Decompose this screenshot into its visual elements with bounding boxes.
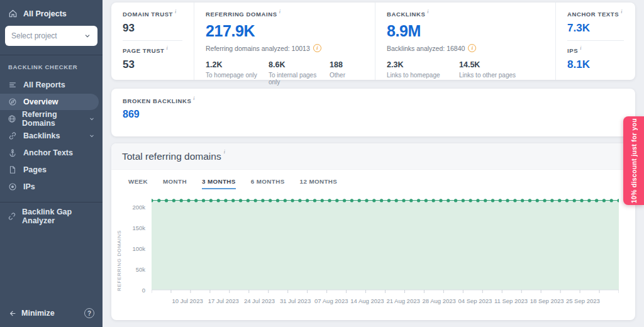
sidebar-item-overview[interactable]: Overview <box>0 94 99 110</box>
sidebar-item-label: Anchor Texts <box>23 148 73 157</box>
sidebar-item-all-projects[interactable]: All Projects <box>0 0 103 25</box>
info-superscript-icon: i <box>427 9 429 16</box>
sidebar-item-backlink-gap-analyzer[interactable]: Backlink Gap Analyzer <box>0 208 103 224</box>
promo-ribbon[interactable]: 10% discount just for you <box>623 116 644 205</box>
domain-trust-value: 93 <box>123 22 182 35</box>
x-axis-tick-label: 11 Sep 2023 <box>494 297 528 304</box>
page-trust-value: 53 <box>123 58 182 71</box>
y-axis-label: REFERRING DOMAINS <box>116 213 122 291</box>
ips-label: IPSi <box>567 47 624 54</box>
x-axis-tick-label: 25 Sep 2023 <box>566 297 600 304</box>
chart-period-tabs: WEEK MONTH 3 MONTHS 6 MONTHS 12 MONTHS <box>111 170 635 189</box>
minimize-label: Minimize <box>21 309 55 318</box>
tab-month[interactable]: MONTH <box>163 178 187 189</box>
globe-icon <box>8 114 16 123</box>
breakdown-item: 14.5K Links to other pages <box>459 60 516 79</box>
breakdown-item: 1.2K To homepage only <box>206 60 269 86</box>
info-superscript-icon: i <box>175 9 177 16</box>
main-content: DOMAIN TRUSTi 93 PAGE TRUSTi 53 REFERRIN… <box>103 0 644 327</box>
chart-title-bar: Total referring domains i <box>111 143 635 170</box>
sidebar-item-pages[interactable]: Pages <box>0 162 103 178</box>
trust-metrics-column: DOMAIN TRUSTi 93 PAGE TRUSTi 53 <box>111 3 194 80</box>
referring-domains-breakdown: 1.2K To homepage only 8.6K To internal p… <box>206 60 364 86</box>
sidebar-item-backlinks[interactable]: Backlinks <box>0 128 103 144</box>
info-icon[interactable]: i <box>313 44 321 52</box>
all-projects-label: All Projects <box>23 9 67 18</box>
x-axis-tick-label: 21 Aug 2023 <box>386 297 419 304</box>
sidebar-nav: All Reports Overview Referring Domains B… <box>0 76 103 196</box>
sidebar-item-anchor-texts[interactable]: Anchor Texts <box>0 145 103 161</box>
sidebar-item-all-reports[interactable]: All Reports <box>0 77 103 93</box>
y-axis-tick-label: 50k <box>136 265 145 272</box>
x-axis-tick-label: 17 Jul 2023 <box>208 297 239 304</box>
arrow-left-icon <box>8 309 16 318</box>
project-select-placeholder: Select project <box>11 31 57 40</box>
page-icon <box>8 165 18 174</box>
breakdown-item: 2.3K Links to homepage <box>387 60 459 79</box>
x-axis-tick-label: 24 Jul 2023 <box>244 297 275 304</box>
ips-value: 8.1K <box>567 58 624 71</box>
chevron-down-icon <box>89 133 95 139</box>
anchor-texts-label: ANCHOR TEXTSi <box>567 11 624 18</box>
domain-trust-label: DOMAIN TRUSTi <box>123 11 182 18</box>
backlinks-label: BACKLINKSi <box>387 11 544 18</box>
chevron-down-icon <box>84 32 91 40</box>
referring-domains-line-chart <box>152 196 619 294</box>
x-axis-ticks: 10 Jul 202317 Jul 202324 Jul 202331 Jul … <box>152 296 619 306</box>
sidebar-item-referring-domains[interactable]: Referring Domains <box>0 111 103 127</box>
chevron-down-icon <box>89 116 95 122</box>
sidebar-item-label: IPs <box>23 182 35 191</box>
tab-6-months[interactable]: 6 MONTHS <box>251 178 285 189</box>
sidebar-divider <box>0 202 103 202</box>
sidebar-item-label: All Reports <box>23 80 65 89</box>
backlinks-value: 8.9M <box>387 22 544 40</box>
info-superscript-icon: i <box>224 149 225 155</box>
sidebar-item-label: Backlink Gap Analyzer <box>22 208 95 225</box>
promo-ribbon-text: 10% discount just for you <box>630 118 638 203</box>
sidebar-item-ips[interactable]: IPs <box>0 179 103 195</box>
backlinks-column: BACKLINKSi 8.9M Backlinks analyzed: 1684… <box>375 3 555 80</box>
referring-domains-analyzed: Referring domains analyzed: 10013 i <box>206 44 364 52</box>
y-axis-ticks: 050k100k150k200k <box>123 196 148 290</box>
referring-domains-column: REFERRING DOMAINSi 217.9K Referring doma… <box>194 3 375 80</box>
broken-backlinks-value: 869 <box>123 109 624 120</box>
sidebar-item-label: Overview <box>23 97 58 106</box>
y-axis-tick-label: 150k <box>132 224 145 231</box>
breakdown-item: 8.6K To internal pages only <box>269 60 330 86</box>
sidebar: All Projects Select project BACKLINK CHE… <box>0 0 103 327</box>
tab-week[interactable]: WEEK <box>128 178 148 189</box>
project-select[interactable]: Select project <box>5 26 97 46</box>
broken-backlinks-card: BROKEN BACKLINKSi 869 <box>111 89 635 136</box>
info-superscript-icon: i <box>193 96 195 103</box>
chart-plot <box>152 196 619 295</box>
referring-domains-value: 217.9K <box>206 22 364 40</box>
tab-3-months[interactable]: 3 MONTHS <box>202 178 236 189</box>
y-axis-tick-label: 200k <box>132 203 145 210</box>
help-icon[interactable]: ? <box>84 308 94 318</box>
y-axis-tick-label: 0 <box>142 287 145 294</box>
minimize-button[interactable]: Minimize <box>8 309 55 318</box>
x-axis-tick-label: 04 Sep 2023 <box>458 297 492 304</box>
reports-icon <box>8 80 18 89</box>
x-axis-tick-label: 18 Sep 2023 <box>530 297 564 304</box>
info-superscript-icon: i <box>279 9 281 16</box>
x-axis-tick-label: 07 Aug 2023 <box>314 297 348 304</box>
gap-analyzer-icon <box>8 212 16 221</box>
backlinks-analyzed: Backlinks analyzed: 16840 i <box>387 44 544 52</box>
home-icon <box>8 9 18 18</box>
target-icon <box>8 182 18 191</box>
sidebar-item-label: Backlinks <box>23 131 60 140</box>
anchor-ips-column: ANCHOR TEXTSi 7.3K IPSi 8.1K <box>555 3 635 80</box>
x-axis-tick-label: 31 Jul 2023 <box>280 297 311 304</box>
metrics-summary-card: DOMAIN TRUSTi 93 PAGE TRUSTi 53 REFERRIN… <box>111 3 635 80</box>
info-icon[interactable]: i <box>468 44 476 52</box>
backlinks-breakdown: 2.3K Links to homepage 14.5K Links to ot… <box>387 60 544 79</box>
tab-12-months[interactable]: 12 MONTHS <box>300 178 338 189</box>
sidebar-item-label: Pages <box>23 165 47 174</box>
divider <box>123 40 182 41</box>
info-superscript-icon: i <box>621 9 623 16</box>
info-superscript-icon: i <box>167 45 169 52</box>
page-trust-label: PAGE TRUSTi <box>123 47 182 54</box>
divider <box>567 40 624 41</box>
sidebar-section-label: BACKLINK CHECKER <box>0 55 103 76</box>
